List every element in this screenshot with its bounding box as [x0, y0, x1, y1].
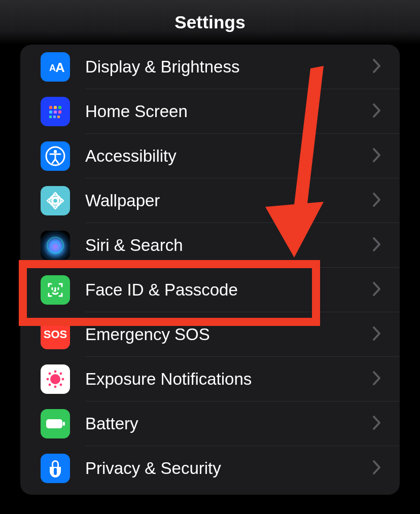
svg-rect-29	[46, 419, 62, 428]
display-brightness-icon: A A	[41, 52, 70, 82]
chevron-right-icon	[372, 415, 381, 432]
svg-point-21	[54, 371, 57, 373]
chevron-right-icon	[372, 58, 381, 76]
svg-text:A: A	[55, 60, 65, 75]
svg-rect-9	[53, 116, 56, 118]
emergency-sos-icon: SOS	[41, 320, 70, 349]
row-accessibility[interactable]: Accessibility	[20, 134, 400, 178]
svg-rect-5	[49, 111, 52, 114]
svg-rect-10	[57, 116, 60, 118]
row-label: Siri & Search	[85, 236, 372, 255]
header: Settings	[0, 0, 420, 45]
row-exposure-notifications[interactable]: Exposure Notifications	[20, 357, 400, 401]
svg-point-26	[60, 373, 62, 375]
row-label: Home Screen	[85, 102, 372, 121]
home-screen-icon	[41, 97, 70, 126]
row-emergency-sos[interactable]: SOS Emergency SOS	[20, 312, 400, 357]
row-face-id-passcode[interactable]: Face ID & Passcode	[20, 268, 400, 312]
svg-point-12	[54, 150, 57, 153]
svg-point-23	[47, 378, 49, 381]
svg-rect-2	[49, 106, 52, 109]
svg-rect-3	[54, 106, 57, 109]
row-home-screen[interactable]: Home Screen	[20, 89, 400, 134]
row-display-brightness[interactable]: A A Display & Brightness	[20, 45, 400, 89]
battery-icon	[41, 409, 70, 438]
siri-icon	[41, 231, 70, 260]
svg-rect-6	[54, 111, 57, 114]
svg-point-16	[50, 240, 61, 251]
page-title: Settings	[174, 12, 246, 32]
svg-rect-7	[58, 111, 61, 114]
chevron-right-icon	[372, 148, 381, 165]
row-label: Exposure Notifications	[85, 370, 372, 389]
row-label: Privacy & Security	[85, 459, 372, 478]
privacy-security-icon	[41, 454, 70, 483]
wallpaper-icon	[41, 186, 70, 215]
svg-point-27	[49, 384, 51, 386]
svg-point-22	[54, 386, 57, 388]
row-siri-search[interactable]: Siri & Search	[20, 223, 400, 268]
chevron-right-icon	[372, 460, 381, 477]
settings-list: A A Display & Brightness Home Scree	[20, 45, 400, 495]
row-label: Display & Brightness	[85, 57, 372, 77]
svg-point-25	[49, 373, 51, 375]
svg-point-28	[60, 384, 62, 386]
chevron-right-icon	[372, 281, 381, 299]
row-battery[interactable]: Battery	[20, 401, 400, 446]
row-label: Accessibility	[85, 146, 372, 166]
svg-text:SOS: SOS	[44, 328, 67, 341]
face-id-icon	[41, 275, 70, 305]
chevron-right-icon	[372, 371, 381, 388]
svg-rect-8	[49, 116, 52, 118]
row-label: Face ID & Passcode	[85, 280, 372, 300]
svg-rect-30	[63, 422, 65, 426]
chevron-right-icon	[372, 103, 381, 120]
svg-rect-4	[58, 106, 61, 109]
svg-rect-31	[54, 468, 57, 475]
row-wallpaper[interactable]: Wallpaper	[20, 178, 400, 223]
row-privacy-security[interactable]: Privacy & Security	[20, 446, 400, 491]
row-label: Emergency SOS	[85, 325, 372, 344]
svg-point-13	[53, 198, 58, 203]
row-label: Wallpaper	[85, 191, 372, 210]
svg-point-24	[62, 378, 64, 381]
svg-point-20	[50, 374, 60, 384]
chevron-right-icon	[372, 326, 381, 343]
chevron-right-icon	[372, 192, 381, 209]
exposure-notifications-icon	[41, 364, 70, 394]
row-label: Battery	[85, 414, 372, 433]
chevron-right-icon	[372, 237, 381, 254]
accessibility-icon	[41, 141, 70, 171]
